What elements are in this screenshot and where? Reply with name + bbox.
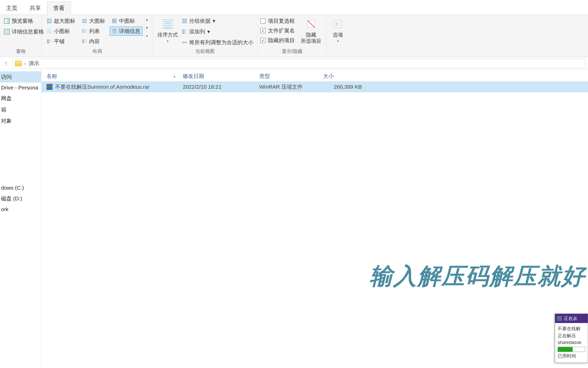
file-name: 不要在线解压Summon.of.Asmodeus.rar [55,83,150,90]
main-area: 访问 Drive - Persona 网盘 箱 对象 dows (C:) 磁盘 … [0,70,588,368]
svg-rect-11 [115,21,116,23]
svg-rect-35 [82,40,84,41]
file-size: 260,399 KB [320,84,365,90]
svg-rect-1 [7,19,9,23]
sidebar-item-c-drive[interactable]: dows (C:) [0,183,41,193]
options-label: 选项 [333,32,343,38]
layout-more-arrow[interactable]: ▾ [146,34,148,38]
svg-rect-48 [182,30,184,34]
svg-rect-18 [47,32,48,33]
sidebar-item-network[interactable]: ork [0,204,41,214]
addcolumn-icon [182,29,187,34]
layout-up-arrow[interactable]: ▲ [145,18,149,21]
details-pane-icon [4,29,10,34]
svg-rect-15 [47,31,48,32]
ribbon-group-panes: 预览窗格 详细信息窗格 窗格 [0,15,42,57]
hiddenitems-checkbox[interactable]: ✓ 隐藏的项目 [260,37,295,44]
layout-small[interactable]: 小图标 [45,27,77,36]
svg-rect-47 [182,21,187,23]
layout-content[interactable]: 内容 [80,37,107,46]
layout-medium[interactable]: 中图标 [110,16,142,26]
file-row[interactable]: 不要在线解压Summon.of.Asmodeus.rar 2022/2/10 1… [41,82,588,92]
svg-rect-38 [82,42,84,43]
ribbon-group-options: 选项 ▾ [327,15,349,57]
nav-up-button[interactable]: ↑ [2,59,10,67]
tab-share[interactable]: 共享 [23,2,47,15]
svg-rect-13 [49,29,50,30]
address-box[interactable]: › 演示 [13,59,586,68]
popup-titlebar[interactable]: 正在从 [555,314,588,323]
svg-point-55 [336,25,337,26]
small-icon [47,29,52,34]
breadcrumb-folder[interactable]: 演示 [29,60,39,67]
svg-rect-19 [49,32,50,33]
sort-button[interactable]: 排序方式 ▾ [155,16,180,44]
folder-icon [15,61,22,66]
chevron-down-icon: ▾ [207,29,210,35]
checkbox-icon: ✓ [260,38,265,43]
tab-view[interactable]: 查看 [47,2,71,15]
layout-down-arrow[interactable]: ▼ [145,26,149,30]
layout-details[interactable]: 详细信息 [110,27,142,36]
svg-rect-17 [50,31,51,32]
sidebar-item-onedrive[interactable]: Drive - Persona [0,83,41,93]
sidebar-item-d-drive[interactable]: 磁盘 (D:) [0,193,41,204]
details-pane-label: 详细信息窗格 [12,28,44,35]
breadcrumb-sep: › [24,60,26,66]
svg-rect-31 [47,40,49,41]
column-date[interactable]: 修改日期 [179,73,256,80]
sidebar-item-3dobjects[interactable]: 对象 [0,115,41,126]
address-bar: ↑ › 演示 [0,57,588,70]
chevron-down-icon: ▾ [213,18,215,24]
checkbox-icon [260,18,265,24]
tab-home[interactable]: 主页 [0,2,23,15]
svg-rect-46 [182,19,187,20]
column-name[interactable]: 名称 ▴ [41,73,179,80]
winrar-progress-dialog[interactable]: 正在从 不要在线解 正在解压 sharedasse 已用时间 [555,314,588,363]
itemcheck-checkbox[interactable]: 项目复选框 [260,17,295,25]
sidebar-item-box[interactable]: 箱 [0,104,41,115]
layout-list[interactable]: 列表 [80,27,107,36]
file-type: WinRAR 压缩文件 [256,83,320,90]
preview-pane-button[interactable]: 预览窗格 [3,16,39,26]
svg-rect-16 [49,31,50,32]
overlay-caption: 输入解压码解压就好 [370,261,585,292]
ribbon-group-currentview-label: 当前视图 [195,48,215,56]
sizeall-button[interactable]: 将所有列调整为合适的大小 [180,38,255,47]
svg-point-54 [336,22,337,24]
extra-large-icon [47,18,52,24]
popup-line1: 不要在线解 [558,326,585,332]
addcolumn-button[interactable]: 添加列 ▾ [180,27,255,36]
svg-rect-20 [50,32,51,33]
groupby-button[interactable]: 分组依据 ▾ [180,16,255,26]
options-button[interactable]: 选项 ▾ [329,16,347,44]
layout-scroll: ▲ ▼ ▾ [144,16,150,39]
ribbon-group-showhide-label: 显示/隐藏 [282,48,302,56]
layout-extra-large[interactable]: 超大图标 [45,16,77,26]
sidebar-item-quickaccess[interactable]: 访问 [0,71,41,83]
medium-icon [112,18,117,24]
popup-line3: sharedasse [558,340,585,345]
progress-fill [558,347,573,352]
svg-rect-12 [47,29,48,30]
ribbon: 预览窗格 详细信息窗格 窗格 超大图标 大 [0,15,588,57]
popup-title-text: 正在从 [564,315,578,321]
svg-rect-23 [82,31,83,31]
layout-tiles[interactable]: 平铺 [45,37,77,46]
svg-rect-25 [82,32,83,33]
details-pane-button[interactable]: 详细信息窗格 [3,27,39,36]
svg-rect-6 [47,19,51,23]
hide-selected-button[interactable]: 隐藏 所选项目 [298,16,324,45]
ribbon-group-layout: 超大图标 大图标 中图标 小图标 列表 [42,15,152,57]
file-date: 2022/2/10 18:21 [179,84,256,90]
sidebar-item-netdisk[interactable]: 网盘 [0,93,41,104]
ribbon-tabs: 主页 共享 查看 [0,3,588,15]
column-type[interactable]: 类型 [256,73,320,80]
groupby-icon [182,18,187,24]
layout-large[interactable]: 大图标 [80,16,107,26]
options-icon [332,18,344,30]
fileext-checkbox[interactable]: ✓ 文件扩展名 [260,27,295,34]
rar-app-icon [557,316,562,321]
chevron-down-icon: ▾ [337,39,339,43]
column-size[interactable]: 大小 [320,73,365,80]
